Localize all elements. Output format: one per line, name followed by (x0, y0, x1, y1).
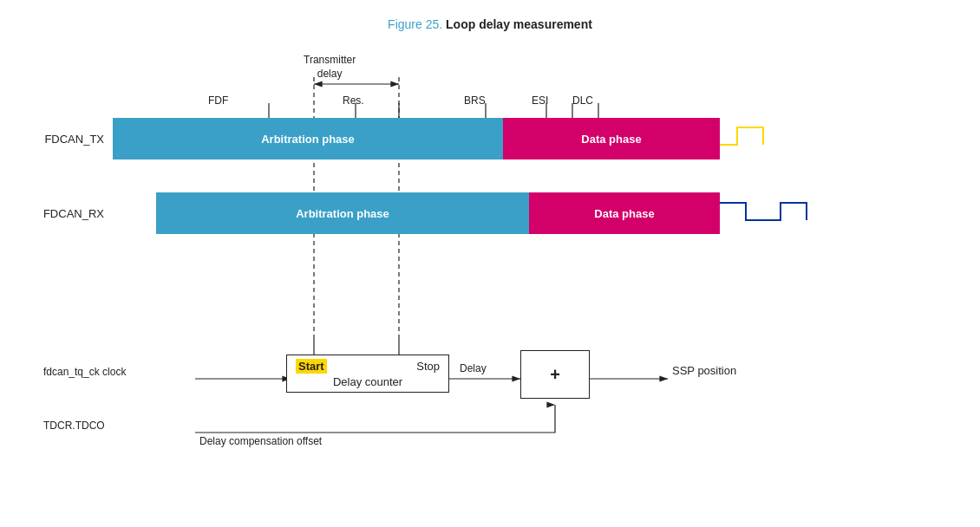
delay-counter-label: Delay counter (296, 375, 440, 388)
fdcan-tx-bar: Arbitration phase Data phase (113, 118, 720, 159)
figure-number: Figure 25. (388, 17, 442, 31)
plus-box: + (520, 350, 590, 399)
field-brs: BRS (464, 94, 486, 107)
start-label: Start (296, 359, 327, 374)
fdcan-tx-data-phase: Data phase (503, 118, 720, 159)
fdcan-rx-data-phase: Data phase (529, 192, 720, 234)
figure-name: Loop delay measurement (446, 17, 592, 31)
diagram-svg (35, 47, 945, 498)
delay-comp-offset-label: Delay compensation offset (199, 435, 322, 447)
ssp-position-label: SSP position (672, 364, 736, 377)
field-esi: ESI (532, 94, 548, 107)
field-fdf: FDF (208, 94, 228, 107)
figure-title: Figure 25. Loop delay measurement (35, 17, 945, 31)
fdcan-tx-arb-phase: Arbitration phase (113, 118, 503, 159)
fdcan-rx-bar: Arbitration phase Data phase (113, 192, 720, 234)
figure-container: Figure 25. Loop delay measurement (0, 0, 980, 527)
field-res: Res. (343, 94, 364, 107)
diagram-area: FDF Res. BRS ESI DLC Transmitter delay F… (35, 47, 945, 498)
tdcr-label: TDCR.TDCO (43, 420, 105, 432)
stop-label: Stop (416, 360, 440, 373)
fdcan-tx-row: FDCAN_TX Arbitration phase Data phase (35, 118, 720, 159)
plus-symbol: + (550, 365, 560, 385)
delay-counter-box: Start Stop Delay counter (286, 355, 449, 393)
fdcan-rx-arb-phase: Arbitration phase (156, 192, 529, 234)
fdcan-rx-label: FDCAN_RX (35, 207, 113, 220)
field-dlc: DLC (572, 94, 593, 107)
fdcan-rx-row: FDCAN_RX Arbitration phase Data phase (35, 192, 720, 234)
delay-label: Delay (460, 362, 487, 374)
fdcan-tx-label: FDCAN_TX (35, 133, 113, 146)
fdcan-clk-label: fdcan_tq_ck clock (43, 366, 126, 378)
transmitter-delay-label: Transmitter delay (304, 54, 356, 81)
